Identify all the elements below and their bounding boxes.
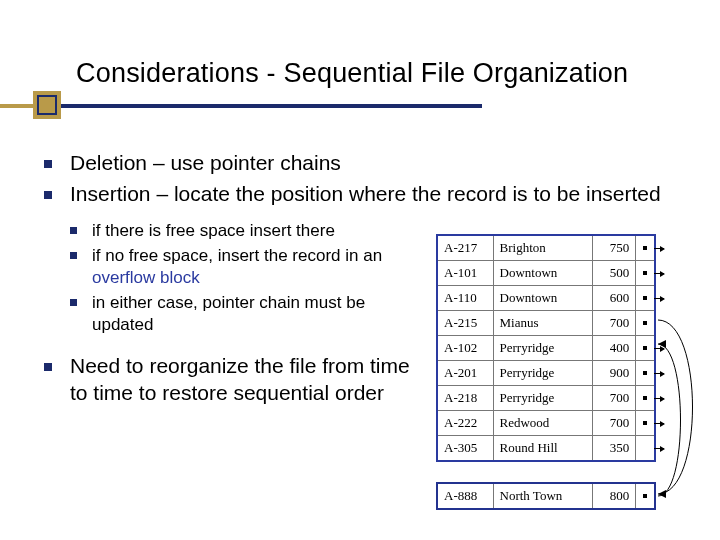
title-area: Considerations - Sequential File Organiz… [0, 58, 720, 89]
cell-id: A-222 [438, 411, 494, 435]
table-row: A-102 Perryridge 400 [438, 336, 654, 361]
cell-pointer [636, 286, 654, 310]
cell-balance: 800 [593, 484, 637, 508]
bullet-text: Insertion – locate the position where th… [70, 182, 661, 205]
cell-pointer [636, 386, 654, 410]
sequential-file-figure: A-217 Brighton 750 A-101 Downtown 500 A-… [432, 230, 710, 522]
sub-bullet-text-a: if no free space, insert the record in a… [92, 246, 382, 265]
cell-branch: Perryridge [494, 361, 593, 385]
bullet-reorganize: Need to reorganize the file from time to… [44, 353, 410, 407]
cell-branch: Perryridge [494, 336, 593, 360]
slide: Considerations - Sequential File Organiz… [0, 0, 720, 540]
overflow-block-term: overflow block [92, 268, 200, 287]
sub-bullet-overflow: if no free space, insert the record in a… [70, 245, 410, 289]
cell-branch: Perryridge [494, 386, 593, 410]
cell-balance: 700 [593, 386, 637, 410]
cell-pointer [636, 311, 654, 335]
sub-bullet-text: if there is free space insert there [92, 221, 335, 240]
sub-bullet-free-space: if there is free space insert there [70, 220, 410, 242]
bullet-deletion: Deletion – use pointer chains [44, 150, 704, 177]
table-row: A-101 Downtown 500 [438, 261, 654, 286]
cell-branch: Redwood [494, 411, 593, 435]
square-bullet-icon [44, 363, 52, 371]
square-bullet-icon [44, 160, 52, 168]
table-row: A-201 Perryridge 900 [438, 361, 654, 386]
title-square-icon [33, 91, 61, 119]
cell-balance: 500 [593, 261, 637, 285]
bullet-text: Deletion – use pointer chains [70, 151, 341, 174]
sub-bullet-list: if there is free space insert there if n… [70, 220, 410, 336]
cell-branch: North Town [494, 484, 593, 508]
cell-balance: 600 [593, 286, 637, 310]
cell-pointer [636, 411, 654, 435]
table-row: A-217 Brighton 750 [438, 236, 654, 261]
bullet-text: Need to reorganize the file from time to… [70, 354, 410, 404]
cell-branch: Round Hill [494, 436, 593, 460]
main-block-table: A-217 Brighton 750 A-101 Downtown 500 A-… [436, 234, 656, 462]
square-bullet-icon [44, 191, 52, 199]
sub-bullet-update-chain: in either case, pointer chain must be up… [70, 292, 410, 336]
table-row: A-222 Redwood 700 [438, 411, 654, 436]
overflow-block-table: A-888 North Town 800 [436, 482, 656, 510]
cell-pointer [636, 336, 654, 360]
square-bullet-icon [70, 299, 77, 306]
sub-bullet-text: in either case, pointer chain must be up… [92, 293, 365, 334]
cell-id: A-201 [438, 361, 494, 385]
table-row: A-218 Perryridge 700 [438, 386, 654, 411]
cell-id: A-888 [438, 484, 494, 508]
cell-id: A-218 [438, 386, 494, 410]
cell-balance: 700 [593, 311, 637, 335]
cell-balance: 750 [593, 236, 637, 260]
cell-balance: 700 [593, 411, 637, 435]
cell-id: A-215 [438, 311, 494, 335]
cell-pointer [636, 484, 654, 508]
cell-pointer [636, 361, 654, 385]
square-bullet-icon [70, 252, 77, 259]
cell-id: A-110 [438, 286, 494, 310]
cell-branch: Downtown [494, 261, 593, 285]
table-row: A-215 Mianus 700 [438, 311, 654, 336]
cell-balance: 900 [593, 361, 637, 385]
cell-pointer [636, 436, 654, 460]
cell-pointer [636, 261, 654, 285]
square-bullet-icon [70, 227, 77, 234]
cell-balance: 350 [593, 436, 637, 460]
cell-id: A-102 [438, 336, 494, 360]
table-row: A-305 Round Hill 350 [438, 436, 654, 460]
cell-branch: Brighton [494, 236, 593, 260]
cell-branch: Mianus [494, 311, 593, 335]
cell-balance: 400 [593, 336, 637, 360]
slide-title: Considerations - Sequential File Organiz… [76, 58, 628, 89]
cell-pointer [636, 236, 654, 260]
cell-id: A-305 [438, 436, 494, 460]
cell-branch: Downtown [494, 286, 593, 310]
table-row: A-110 Downtown 600 [438, 286, 654, 311]
cell-id: A-217 [438, 236, 494, 260]
svg-marker-0 [658, 490, 666, 498]
cell-id: A-101 [438, 261, 494, 285]
table-row: A-888 North Town 800 [438, 484, 654, 508]
